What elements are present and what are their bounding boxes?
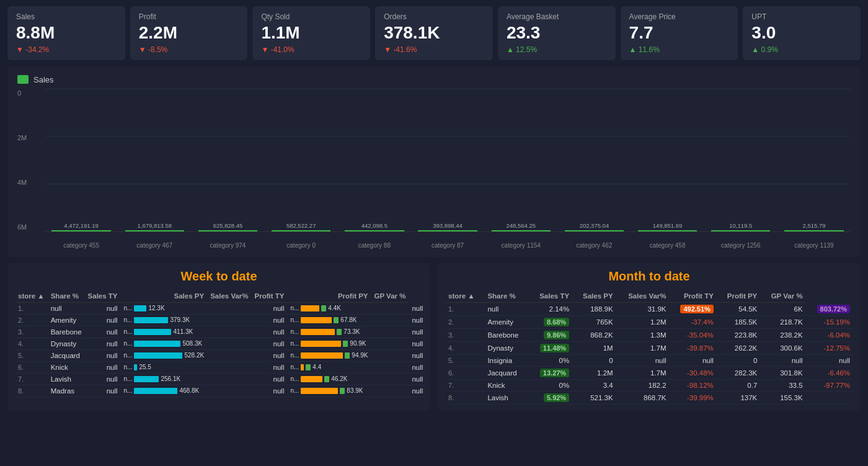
bar-chart: 6M4M2M0 4,472,191.19category 4551,679,81… [17, 89, 851, 251]
bar-group-3: 582,522.27category 0 [265, 222, 338, 231]
month-row-num: 7. [445, 379, 484, 391]
week-salesvar: null [252, 326, 288, 338]
bar-value-5: 393,898.44 [433, 222, 463, 229]
week-profitpy [371, 326, 409, 338]
bar-value-1: 1,679,813.58 [138, 222, 172, 229]
kpi-value-2: 1.1M [261, 24, 361, 43]
month-salespy: 1.3M [616, 328, 670, 341]
week-table-title: Week to date [15, 269, 423, 284]
month-col-5: Profit TY [670, 290, 717, 303]
month-salespy: 1.7M [616, 341, 670, 354]
month-profitpy: 33.5 [760, 379, 805, 391]
week-salesvar: null [252, 302, 288, 314]
week-share: null [85, 349, 121, 361]
week-gpvar: null [409, 302, 426, 314]
bar-label-2: category 974 [210, 242, 246, 249]
month-salesvar: -37.4% [670, 315, 717, 328]
kpi-card-0: Sales 8.8M -34.2% [7, 6, 125, 60]
y-tick-2: 2M [17, 134, 42, 141]
month-table-row: 7. Knick 0% 3.4 182.2 -98.12% 0.7 33.5 -… [445, 379, 853, 391]
bar-label-8: category 458 [650, 242, 686, 249]
month-row-num: 3. [445, 328, 484, 341]
month-gpvar: null [806, 354, 853, 366]
month-row-num: 1. [445, 302, 484, 315]
week-salesvar: null [252, 373, 288, 385]
kpi-label-1: Profit [139, 12, 239, 21]
chart-legend: Sales [17, 75, 851, 84]
bar-group-8: 149,851.69category 458 [631, 222, 704, 231]
week-salespy [207, 349, 251, 361]
week-profitty: n... 73.3K [287, 326, 371, 338]
month-salesvar: null [670, 354, 717, 366]
month-gpvar: -97.77% [806, 379, 853, 391]
month-store: Jacquard [484, 366, 529, 379]
month-row-num: 5. [445, 354, 484, 366]
bar-value-10: 2,515.79 [802, 222, 825, 229]
week-salesty: n... 411.3K [121, 326, 208, 338]
month-salesvar: -39.99% [670, 391, 717, 404]
kpi-card-5: Average Price 7.7 11.6% [621, 6, 738, 60]
week-store: Madras [48, 385, 85, 397]
month-share: 5.92% [529, 391, 572, 404]
week-salesty: n... 468.8K [121, 385, 208, 397]
month-profitpy: 238.2K [760, 328, 805, 341]
bar-8: category 458 [638, 230, 697, 231]
month-salespy: 868.7K [616, 391, 670, 404]
bar-value-7: 202,375.04 [580, 222, 609, 229]
bar-5: category 87 [418, 230, 477, 231]
week-row-num: 2. [15, 314, 48, 326]
week-table: store ▲Share %Sales TYSales PYSales Var%… [15, 290, 426, 397]
bar-label-5: category 87 [432, 242, 464, 249]
week-col-0: store ▲ [15, 290, 48, 303]
month-table-row: 6. Jacquard 13.27% 1.2M 1.7M -30.48% 282… [445, 366, 853, 379]
kpi-label-2: Qty Sold [261, 12, 361, 21]
month-store: Dynasty [484, 341, 529, 354]
month-salesty: 765K [572, 315, 616, 328]
week-salesvar: null [252, 314, 288, 326]
kpi-card-1: Profit 2.2M -8.5% [130, 6, 248, 60]
month-share: 11.48% [529, 341, 572, 354]
month-profitpy: 300.6K [760, 341, 805, 354]
week-salespy [207, 302, 251, 314]
month-share: 2.14% [529, 302, 572, 315]
kpi-change-4: 12.5% [507, 45, 607, 54]
week-row-num: 7. [15, 373, 48, 385]
week-share: null [85, 373, 121, 385]
kpi-card-2: Qty Sold 1.1M -41.0% [252, 6, 370, 60]
month-gpvar [806, 391, 853, 404]
bar-group-2: 625,828.45category 974 [191, 222, 264, 231]
y-tick-0: 6M [17, 223, 42, 231]
kpi-label-6: UPT [751, 12, 852, 21]
week-table-row: 4.Dynastynull n... 508.3K null n... 90.9… [15, 338, 426, 349]
month-salesvar: 492.51% [670, 302, 717, 315]
month-row-num: 6. [445, 366, 484, 379]
week-salesty: n... 379.3K [121, 314, 208, 326]
kpi-value-5: 7.7 [629, 24, 730, 43]
bar-group-6: 248,564.25category 1154 [484, 222, 557, 231]
bar-label-10: category 1139 [794, 242, 833, 249]
week-store: null [48, 302, 85, 314]
month-store: Amenity [484, 315, 529, 328]
tables-row: Week to date store ▲Share %Sales TYSales… [0, 263, 868, 418]
bar-value-8: 149,851.69 [653, 222, 683, 229]
week-table-row: 8.Madrasnull n... 468.8K null n... 83.9K… [15, 385, 426, 397]
y-tick-1: 4M [17, 179, 42, 186]
bar-label-6: category 1154 [502, 242, 541, 249]
week-share: null [85, 314, 121, 326]
month-salespy: null [616, 354, 670, 366]
bar-label-7: category 462 [576, 242, 612, 249]
week-col-7: GP Var % [371, 290, 409, 303]
month-store: Knick [484, 379, 529, 391]
month-table: store ▲Share %Sales TYSales PYSales Var%… [445, 290, 853, 405]
bar-group-7: 202,375.04category 462 [557, 222, 631, 231]
bar-2: category 974 [198, 230, 257, 231]
kpi-label-4: Average Basket [507, 12, 607, 21]
bar-7: category 462 [565, 230, 624, 231]
month-col-2: Sales TY [529, 290, 572, 303]
month-profitty: 54.5K [717, 302, 760, 315]
week-salesvar: null [252, 349, 288, 361]
month-profitpy: 155.3K [760, 391, 805, 404]
bar-label-1: category 467 [136, 242, 172, 249]
week-col-6: Profit PY [287, 290, 371, 303]
month-profitty: 262.2K [717, 341, 760, 354]
